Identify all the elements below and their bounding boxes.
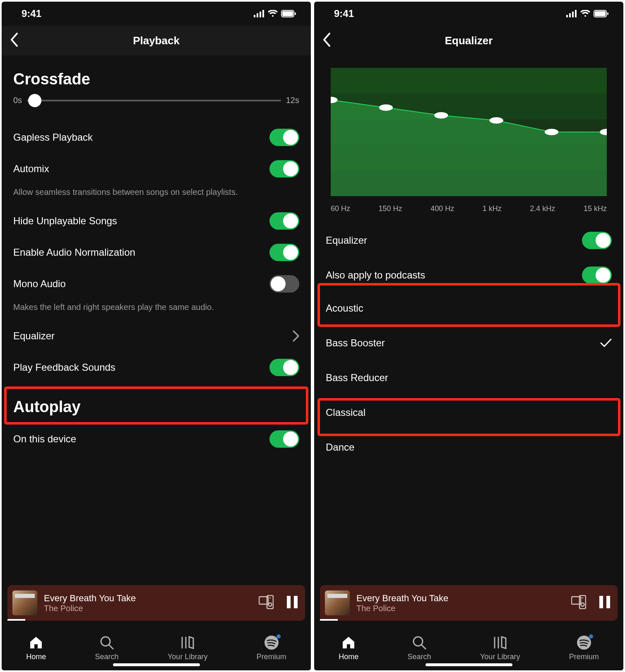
now-playing-meta: Every Breath You Take The Police <box>356 593 565 613</box>
tab-premium[interactable]: Premium <box>257 635 286 661</box>
album-art[interactable] <box>325 590 350 615</box>
cellular-icon <box>254 10 264 17</box>
row-equalizer[interactable]: Equalizer <box>13 320 299 352</box>
label-podcasts-toggle: Also apply to podcasts <box>326 269 425 281</box>
svg-rect-3 <box>262 10 264 17</box>
devices-icon[interactable] <box>259 595 274 611</box>
label-gapless: Gapless Playback <box>13 132 93 143</box>
preset-classical[interactable]: Classical <box>326 395 612 430</box>
back-button[interactable] <box>322 33 331 48</box>
equalizer-freq-labels: 60 Hz 150 Hz 400 Hz 1 kHz 2.4 kHz 15 kHz <box>331 204 607 213</box>
preset-acoustic[interactable]: Acoustic <box>326 291 612 326</box>
tab-library[interactable]: Your Library <box>168 635 207 661</box>
playback-screen: 9:41 Playback Crossfade 0s 12s <box>2 2 311 670</box>
svg-line-38 <box>422 645 425 649</box>
playback-progress <box>320 619 338 621</box>
tab-home[interactable]: Home <box>339 635 358 661</box>
toggle-gapless[interactable] <box>269 129 299 146</box>
svg-rect-35 <box>599 596 603 608</box>
svg-rect-18 <box>566 15 568 17</box>
toggle-equalizer[interactable] <box>582 232 612 249</box>
page-title: Playback <box>133 34 180 47</box>
settings-content[interactable]: Crossfade 0s 12s Gapless Playback Automi… <box>2 55 311 585</box>
svg-point-30 <box>600 129 607 135</box>
row-hide-unplayable: Hide Unplayable Songs <box>13 205 299 237</box>
back-button[interactable] <box>10 33 18 48</box>
now-playing-bar[interactable]: Every Breath You Take The Police <box>320 585 618 621</box>
section-crossfade: Crossfade <box>13 70 299 88</box>
preset-bass-reducer[interactable]: Bass Reducer <box>326 360 612 395</box>
svg-rect-12 <box>294 596 298 608</box>
svg-point-13 <box>101 637 110 646</box>
home-indicator[interactable] <box>113 663 200 666</box>
pause-icon[interactable] <box>287 596 298 610</box>
now-playing-bar[interactable]: Every Breath You Take The Police <box>7 585 305 621</box>
label-equalizer-toggle: Equalizer <box>326 235 367 246</box>
wifi-icon <box>580 10 590 17</box>
tab-search[interactable]: Search <box>95 635 119 661</box>
row-normalization: Enable Audio Normalization <box>13 237 299 268</box>
devices-icon[interactable] <box>571 595 586 611</box>
toggle-podcasts[interactable] <box>582 266 612 284</box>
label-hide-unplayable: Hide Unplayable Songs <box>13 215 117 227</box>
svg-rect-2 <box>260 12 261 17</box>
tab-search[interactable]: Search <box>408 635 431 661</box>
nav-header: Equalizer <box>314 26 623 55</box>
row-podcasts-toggle: Also apply to podcasts <box>326 259 612 291</box>
section-autoplay: Autoplay <box>13 398 299 416</box>
svg-point-29 <box>545 129 558 135</box>
row-on-device: On this device <box>13 423 299 455</box>
crossfade-slider[interactable] <box>27 100 281 101</box>
album-art[interactable] <box>12 590 37 615</box>
page-title: Equalizer <box>445 34 493 47</box>
equalizer-content[interactable]: 60 Hz 150 Hz 400 Hz 1 kHz 2.4 kHz 15 kHz… <box>314 55 623 585</box>
svg-point-37 <box>413 637 423 646</box>
status-icons <box>254 10 296 17</box>
eq-label-0: 60 Hz <box>331 204 350 213</box>
pause-icon[interactable] <box>599 596 610 610</box>
svg-point-33 <box>581 603 584 606</box>
preset-label: Acoustic <box>326 302 363 314</box>
toggle-normalization[interactable] <box>269 244 299 261</box>
toggle-mono[interactable] <box>269 275 299 293</box>
tab-premium[interactable]: Premium <box>569 635 599 661</box>
toggle-hide-unplayable[interactable] <box>269 212 299 230</box>
label-automix: Automix <box>13 163 49 175</box>
preset-label: Bass Booster <box>326 337 385 349</box>
cellular-icon <box>566 10 577 17</box>
slider-thumb[interactable] <box>28 94 41 107</box>
status-bar: 9:41 <box>2 2 311 26</box>
now-playing-artist: The Police <box>356 604 565 613</box>
home-icon <box>341 635 356 650</box>
tab-label-premium: Premium <box>257 653 286 661</box>
preset-label: Bass Reducer <box>326 372 388 384</box>
status-icons <box>566 10 608 17</box>
home-indicator[interactable] <box>425 663 512 666</box>
check-icon <box>600 338 612 348</box>
battery-icon <box>594 10 608 17</box>
now-playing-song: Every Breath You Take <box>356 593 565 604</box>
toggle-feedback[interactable] <box>269 359 299 376</box>
notification-dot <box>276 634 281 638</box>
svg-rect-20 <box>572 12 574 17</box>
row-mono: Mono Audio <box>13 268 299 300</box>
toggle-on-device[interactable] <box>269 430 299 448</box>
row-automix: Automix <box>13 153 299 185</box>
tab-home[interactable]: Home <box>26 635 46 661</box>
library-icon <box>493 635 507 650</box>
svg-rect-21 <box>575 10 577 17</box>
preset-bass-booster[interactable]: Bass Booster <box>326 326 612 360</box>
library-icon <box>180 635 195 650</box>
svg-rect-6 <box>295 12 296 15</box>
battery-icon <box>281 10 296 17</box>
equalizer-chart[interactable] <box>331 68 607 196</box>
chevron-right-icon <box>293 330 299 342</box>
tab-library[interactable]: Your Library <box>480 635 520 661</box>
eq-label-2: 400 Hz <box>430 204 454 213</box>
slider-min: 0s <box>13 96 22 105</box>
svg-line-14 <box>109 645 113 649</box>
row-gapless: Gapless Playback <box>13 122 299 153</box>
eq-label-4: 2.4 kHz <box>530 204 555 213</box>
toggle-automix[interactable] <box>269 160 299 178</box>
preset-dance[interactable]: Dance <box>326 430 612 465</box>
